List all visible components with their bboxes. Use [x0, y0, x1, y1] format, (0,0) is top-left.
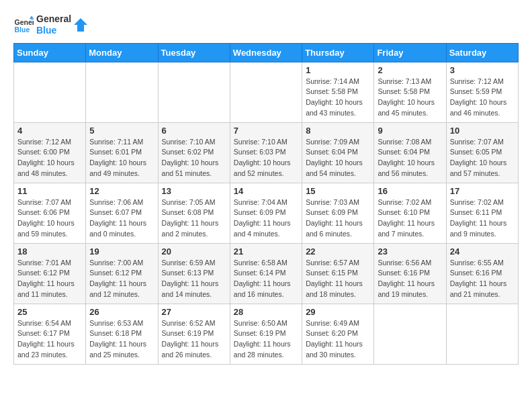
svg-marker-4	[74, 18, 87, 32]
day-header-tuesday: Tuesday	[158, 43, 230, 62]
calendar-cell: 19Sunrise: 7:00 AM Sunset: 6:12 PM Dayli…	[86, 243, 158, 304]
day-number: 27	[162, 307, 226, 317]
logo-text-blue: Blue	[36, 25, 71, 36]
logo-arrow-icon	[74, 18, 87, 32]
logo: General Blue General Blue	[13, 13, 87, 36]
day-info: Sunrise: 7:07 AM Sunset: 6:06 PM Dayligh…	[17, 197, 82, 240]
calendar-cell: 5Sunrise: 7:11 AM Sunset: 6:01 PM Daylig…	[86, 122, 158, 183]
calendar-cell: 24Sunrise: 6:55 AM Sunset: 6:16 PM Dayli…	[446, 243, 518, 304]
logo-text-general: General	[36, 13, 71, 25]
day-number: 6	[162, 126, 226, 136]
day-number: 19	[89, 246, 154, 257]
calendar-cell	[86, 62, 158, 122]
calendar-cell	[158, 62, 230, 122]
svg-text:Blue: Blue	[15, 25, 30, 33]
day-number: 25	[17, 307, 82, 317]
calendar-header-row: SundayMondayTuesdayWednesdayThursdayFrid…	[14, 43, 519, 62]
day-info: Sunrise: 7:00 AM Sunset: 6:12 PM Dayligh…	[89, 258, 154, 300]
day-info: Sunrise: 6:56 AM Sunset: 6:16 PM Dayligh…	[378, 258, 442, 300]
calendar-cell: 3Sunrise: 7:12 AM Sunset: 5:59 PM Daylig…	[446, 62, 518, 122]
day-info: Sunrise: 7:02 AM Sunset: 6:11 PM Dayligh…	[450, 197, 515, 240]
day-info: Sunrise: 6:57 AM Sunset: 6:15 PM Dayligh…	[306, 258, 370, 300]
day-number: 17	[450, 186, 515, 196]
day-info: Sunrise: 7:06 AM Sunset: 6:07 PM Dayligh…	[89, 197, 154, 240]
calendar-cell: 21Sunrise: 6:58 AM Sunset: 6:14 PM Dayli…	[230, 243, 302, 304]
calendar-cell: 13Sunrise: 7:05 AM Sunset: 6:08 PM Dayli…	[158, 183, 230, 243]
day-number: 21	[234, 246, 298, 257]
calendar-week-row: 4Sunrise: 7:12 AM Sunset: 6:00 PM Daylig…	[14, 122, 519, 183]
day-number: 28	[234, 307, 298, 317]
day-number: 14	[234, 186, 298, 196]
day-info: Sunrise: 7:12 AM Sunset: 5:59 PM Dayligh…	[450, 77, 515, 119]
day-number: 1	[306, 65, 370, 75]
day-number: 11	[17, 186, 82, 196]
calendar-cell: 17Sunrise: 7:02 AM Sunset: 6:11 PM Dayli…	[446, 183, 518, 243]
calendar-cell: 22Sunrise: 6:57 AM Sunset: 6:15 PM Dayli…	[302, 243, 374, 304]
day-info: Sunrise: 7:02 AM Sunset: 6:10 PM Dayligh…	[378, 197, 442, 240]
day-number: 5	[89, 126, 154, 136]
calendar-cell: 23Sunrise: 6:56 AM Sunset: 6:16 PM Dayli…	[374, 243, 446, 304]
calendar-week-row: 11Sunrise: 7:07 AM Sunset: 6:06 PM Dayli…	[14, 183, 519, 243]
day-info: Sunrise: 7:13 AM Sunset: 5:58 PM Dayligh…	[378, 77, 442, 119]
day-number: 8	[306, 126, 370, 136]
calendar-cell: 9Sunrise: 7:08 AM Sunset: 6:04 PM Daylig…	[374, 122, 446, 183]
day-info: Sunrise: 7:03 AM Sunset: 6:09 PM Dayligh…	[306, 197, 370, 240]
day-header-friday: Friday	[374, 43, 446, 62]
day-info: Sunrise: 6:58 AM Sunset: 6:14 PM Dayligh…	[234, 258, 298, 300]
calendar-cell: 16Sunrise: 7:02 AM Sunset: 6:10 PM Dayli…	[374, 183, 446, 243]
calendar-cell: 18Sunrise: 7:01 AM Sunset: 6:12 PM Dayli…	[14, 243, 86, 304]
calendar-cell: 26Sunrise: 6:53 AM Sunset: 6:18 PM Dayli…	[86, 304, 158, 364]
day-number: 2	[378, 65, 442, 75]
day-number: 20	[162, 246, 226, 257]
calendar-cell: 1Sunrise: 7:14 AM Sunset: 5:58 PM Daylig…	[302, 62, 374, 122]
calendar-cell: 14Sunrise: 7:04 AM Sunset: 6:09 PM Dayli…	[230, 183, 302, 243]
day-info: Sunrise: 7:09 AM Sunset: 6:04 PM Dayligh…	[306, 137, 370, 179]
day-number: 24	[450, 246, 515, 257]
day-header-sunday: Sunday	[14, 43, 86, 62]
day-number: 4	[17, 126, 82, 136]
day-info: Sunrise: 7:12 AM Sunset: 6:00 PM Dayligh…	[17, 137, 82, 179]
calendar-cell: 4Sunrise: 7:12 AM Sunset: 6:00 PM Daylig…	[14, 122, 86, 183]
day-number: 23	[378, 246, 442, 257]
day-number: 7	[234, 126, 298, 136]
day-info: Sunrise: 6:52 AM Sunset: 6:19 PM Dayligh…	[162, 318, 226, 361]
calendar-cell: 8Sunrise: 7:09 AM Sunset: 6:04 PM Daylig…	[302, 122, 374, 183]
day-info: Sunrise: 6:54 AM Sunset: 6:17 PM Dayligh…	[17, 318, 82, 361]
calendar-cell: 7Sunrise: 7:10 AM Sunset: 6:03 PM Daylig…	[230, 122, 302, 183]
day-number: 15	[306, 186, 370, 196]
day-header-monday: Monday	[86, 43, 158, 62]
day-info: Sunrise: 7:10 AM Sunset: 6:03 PM Dayligh…	[234, 137, 298, 179]
day-number: 18	[17, 246, 82, 257]
calendar-cell: 11Sunrise: 7:07 AM Sunset: 6:06 PM Dayli…	[14, 183, 86, 243]
calendar-cell: 2Sunrise: 7:13 AM Sunset: 5:58 PM Daylig…	[374, 62, 446, 122]
day-number: 10	[450, 126, 515, 136]
day-header-thursday: Thursday	[302, 43, 374, 62]
day-number: 29	[306, 307, 370, 317]
day-info: Sunrise: 7:01 AM Sunset: 6:12 PM Dayligh…	[17, 258, 82, 300]
calendar-cell: 12Sunrise: 7:06 AM Sunset: 6:07 PM Dayli…	[86, 183, 158, 243]
day-info: Sunrise: 6:55 AM Sunset: 6:16 PM Dayligh…	[450, 258, 515, 300]
calendar-table: SundayMondayTuesdayWednesdayThursdayFrid…	[13, 43, 519, 365]
calendar-cell	[14, 62, 86, 122]
day-info: Sunrise: 7:04 AM Sunset: 6:09 PM Dayligh…	[234, 197, 298, 240]
day-number: 3	[450, 65, 515, 75]
day-info: Sunrise: 6:49 AM Sunset: 6:20 PM Dayligh…	[306, 318, 370, 361]
day-info: Sunrise: 6:53 AM Sunset: 6:18 PM Dayligh…	[89, 318, 154, 361]
calendar-week-row: 25Sunrise: 6:54 AM Sunset: 6:17 PM Dayli…	[14, 304, 519, 364]
day-info: Sunrise: 7:07 AM Sunset: 6:05 PM Dayligh…	[450, 137, 515, 179]
day-number: 13	[162, 186, 226, 196]
calendar-cell: 20Sunrise: 6:59 AM Sunset: 6:13 PM Dayli…	[158, 243, 230, 304]
day-number: 26	[89, 307, 154, 317]
calendar-cell: 25Sunrise: 6:54 AM Sunset: 6:17 PM Dayli…	[14, 304, 86, 364]
calendar-cell: 29Sunrise: 6:49 AM Sunset: 6:20 PM Dayli…	[302, 304, 374, 364]
day-info: Sunrise: 6:59 AM Sunset: 6:13 PM Dayligh…	[162, 258, 226, 300]
calendar-cell: 10Sunrise: 7:07 AM Sunset: 6:05 PM Dayli…	[446, 122, 518, 183]
calendar-cell	[446, 304, 518, 364]
day-header-wednesday: Wednesday	[230, 43, 302, 62]
day-number: 12	[89, 186, 154, 196]
day-number: 16	[378, 186, 442, 196]
day-info: Sunrise: 7:08 AM Sunset: 6:04 PM Dayligh…	[378, 137, 442, 179]
day-info: Sunrise: 7:11 AM Sunset: 6:01 PM Dayligh…	[89, 137, 154, 179]
day-header-saturday: Saturday	[446, 43, 518, 62]
day-info: Sunrise: 7:10 AM Sunset: 6:02 PM Dayligh…	[162, 137, 226, 179]
